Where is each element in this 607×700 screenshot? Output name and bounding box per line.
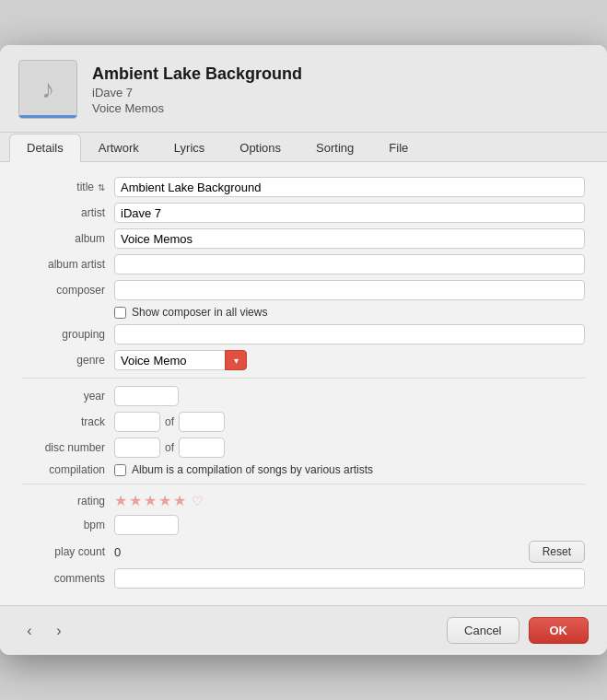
album-row: album	[22, 228, 585, 249]
genre-input[interactable]	[114, 350, 225, 370]
next-button[interactable]: ›	[48, 620, 70, 642]
artist-input[interactable]	[114, 203, 585, 223]
track-of-text: of	[165, 415, 174, 428]
rating-label: rating	[22, 495, 114, 508]
genre-label: genre	[22, 354, 114, 367]
dialog: ♪ Ambient Lake Background iDave 7 Voice …	[0, 45, 607, 655]
cancel-button[interactable]: Cancel	[447, 617, 519, 644]
tab-sorting[interactable]: Sorting	[298, 134, 371, 162]
tab-file[interactable]: File	[371, 134, 426, 162]
heart-icon[interactable]: ♡	[192, 494, 204, 508]
composer-label: composer	[22, 284, 114, 297]
show-composer-checkbox[interactable]	[114, 307, 126, 319]
tab-details[interactable]: Details	[9, 134, 81, 162]
grouping-label: grouping	[22, 328, 114, 341]
track-row: track of	[22, 412, 585, 432]
track-album: Voice Memos	[92, 101, 302, 115]
track-title: Ambient Lake Background	[92, 64, 302, 84]
sort-icon: ⇅	[98, 182, 105, 192]
year-row: year	[22, 386, 585, 406]
tab-lyrics[interactable]: Lyrics	[157, 134, 222, 162]
album-artist-row: album artist	[22, 254, 585, 274]
star-3[interactable]: ★	[144, 492, 157, 509]
disc-total-input[interactable]	[179, 438, 225, 458]
composer-input[interactable]	[114, 280, 585, 300]
year-input[interactable]	[114, 386, 179, 406]
play-count-label: play count	[22, 545, 114, 558]
compilation-row: compilation Album is a compilation of so…	[22, 463, 585, 476]
footer: ‹ › Cancel OK	[0, 605, 607, 655]
artist-label: artist	[22, 206, 114, 219]
comments-label: comments	[22, 572, 114, 585]
header: ♪ Ambient Lake Background iDave 7 Voice …	[0, 45, 607, 133]
artist-row: artist	[22, 203, 585, 223]
genre-container: ▾	[114, 350, 247, 370]
tab-artwork[interactable]: Artwork	[81, 134, 157, 162]
album-label: album	[22, 232, 114, 245]
previous-button[interactable]: ‹	[18, 620, 41, 642]
compilation-checkbox[interactable]	[114, 464, 126, 476]
music-note-icon: ♪	[41, 75, 54, 104]
rating-row: rating ★ ★ ★ ★ ★ ♡	[22, 492, 585, 509]
play-count-value: 0	[114, 545, 529, 559]
divider-2	[22, 484, 585, 484]
star-1[interactable]: ★	[114, 492, 127, 509]
genre-dropdown-button[interactable]: ▾	[225, 350, 247, 370]
disc-of-text: of	[165, 441, 174, 454]
play-count-row: play count 0 Reset	[22, 541, 585, 563]
comments-input[interactable]	[114, 568, 585, 589]
ok-button[interactable]: OK	[529, 617, 589, 644]
footer-actions: Cancel OK	[447, 617, 589, 644]
tabs-bar: Details Artwork Lyrics Options Sorting F…	[0, 133, 607, 162]
compilation-label: compilation	[22, 463, 114, 476]
rating-stars[interactable]: ★ ★ ★ ★ ★ ♡	[114, 492, 204, 509]
year-label: year	[22, 390, 114, 402]
composer-row: composer	[22, 280, 585, 300]
album-artist-label: album artist	[22, 258, 114, 271]
bpm-input[interactable]	[114, 515, 179, 535]
genre-row: genre ▾	[22, 350, 585, 370]
tab-options[interactable]: Options	[222, 134, 298, 162]
divider-1	[22, 378, 585, 379]
track-number-input[interactable]	[114, 412, 160, 432]
show-composer-row: Show composer in all views	[114, 306, 585, 319]
title-row: title ⇅	[22, 177, 585, 197]
track-artist: iDave 7	[92, 86, 302, 99]
show-composer-label: Show composer in all views	[132, 306, 267, 319]
disc-label: disc number	[22, 441, 114, 454]
album-art: ♪	[18, 60, 77, 119]
header-info: Ambient Lake Background iDave 7 Voice Me…	[92, 64, 302, 115]
bpm-row: bpm	[22, 515, 585, 535]
comments-row: comments	[22, 568, 585, 589]
title-input[interactable]	[114, 177, 585, 197]
star-2[interactable]: ★	[129, 492, 142, 509]
track-label: track	[22, 415, 114, 428]
title-label: title ⇅	[22, 181, 114, 193]
bpm-label: bpm	[22, 519, 114, 531]
compilation-text: Album is a compilation of songs by vario…	[132, 463, 373, 476]
album-input[interactable]	[114, 228, 585, 249]
star-5[interactable]: ★	[173, 492, 186, 509]
track-total-input[interactable]	[179, 412, 225, 432]
disc-row: disc number of	[22, 438, 585, 458]
grouping-input[interactable]	[114, 324, 585, 344]
disc-number-input[interactable]	[114, 438, 160, 458]
nav-arrows: ‹ ›	[18, 620, 70, 642]
grouping-row: grouping	[22, 324, 585, 344]
album-artist-input[interactable]	[114, 254, 585, 274]
reset-button[interactable]: Reset	[529, 541, 585, 563]
form-content: title ⇅ artist album album artist compos…	[0, 162, 607, 605]
star-4[interactable]: ★	[158, 492, 171, 509]
